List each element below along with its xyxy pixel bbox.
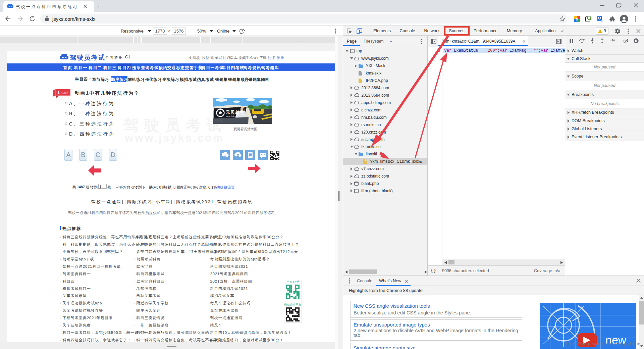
svg-text:伴驾: 伴驾 xyxy=(215,118,224,122)
svg-text:88: 88 xyxy=(590,348,605,349)
svg-text:www.ybjk.com: www.ybjk.com xyxy=(225,115,238,117)
svg-text:1: 1 xyxy=(57,90,60,95)
svg-text:元贝驾考: 元贝驾考 xyxy=(225,110,245,115)
svg-text:/ 1487: / 1487 xyxy=(61,91,68,94)
